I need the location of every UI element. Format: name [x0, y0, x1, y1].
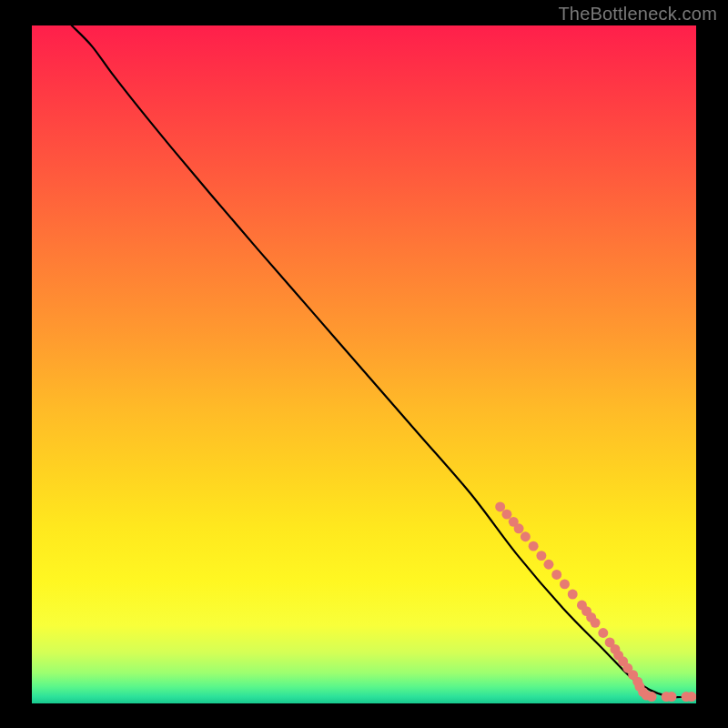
data-marker [686, 692, 696, 702]
gradient-panel [32, 25, 696, 703]
data-marker [647, 692, 657, 702]
plot-area [32, 25, 696, 703]
data-marker [529, 541, 539, 551]
data-marker [551, 570, 561, 580]
data-marker [568, 590, 578, 600]
data-marker [501, 510, 511, 520]
data-marker [521, 531, 531, 541]
data-marker [591, 618, 601, 628]
chart-svg [32, 25, 696, 703]
data-marker [495, 502, 505, 512]
data-marker [598, 628, 608, 638]
chart-stage: TheBottleneck.com [0, 0, 728, 728]
data-marker [543, 560, 553, 570]
watermark-text: TheBottleneck.com [558, 4, 717, 25]
data-marker [514, 523, 524, 533]
data-marker [667, 692, 677, 702]
data-marker [560, 579, 570, 589]
data-marker [536, 551, 546, 561]
